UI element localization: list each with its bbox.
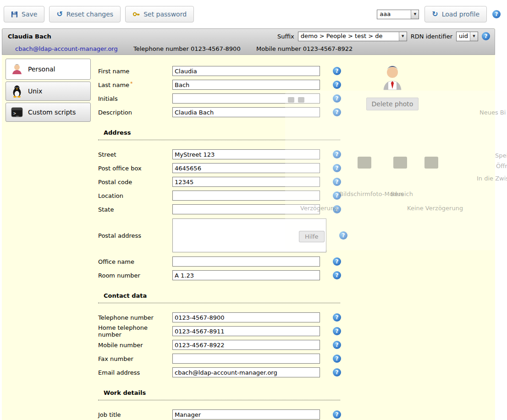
- reset-changes-button[interactable]: ↺ Reset changes: [49, 6, 121, 22]
- field-label: Email address: [98, 369, 172, 376]
- help-icon[interactable]: ?: [333, 410, 341, 419]
- ghost-text: Speich: [495, 152, 507, 159]
- field-label: Office name: [98, 258, 172, 265]
- field-label: First name: [98, 68, 172, 75]
- required-marker: *: [130, 81, 133, 87]
- account-telephone: Telephone number 0123-4567-8900: [133, 45, 256, 52]
- form-row: Job title?: [98, 408, 355, 420]
- form-row: Last name*?: [98, 78, 355, 92]
- form-row: Office name?: [98, 255, 355, 268]
- form-row: Email address?: [98, 365, 355, 379]
- field-label: Initials: [98, 95, 172, 102]
- profile-select[interactable]: aaa ▼: [377, 10, 419, 19]
- help-icon[interactable]: ?: [333, 81, 341, 89]
- chevron-down-icon: ▼: [411, 10, 419, 19]
- field-input[interactable]: [172, 107, 320, 117]
- form-row: Postal code?: [98, 175, 355, 189]
- person-icon: [11, 63, 23, 75]
- save-icon: [11, 11, 18, 18]
- field-label-text: Office name: [98, 258, 134, 265]
- form-row: Post office box?: [98, 161, 355, 175]
- help-icon[interactable]: ?: [333, 94, 341, 103]
- field-input[interactable]: [172, 256, 320, 267]
- suffix-select-value: demo > People > test > de: [298, 32, 399, 41]
- help-icon[interactable]: ?: [333, 327, 341, 335]
- field-input[interactable]: [172, 149, 320, 159]
- help-icon[interactable]: ?: [339, 231, 347, 240]
- field-input[interactable]: [172, 163, 320, 173]
- tab-personal[interactable]: Personal: [6, 59, 91, 80]
- load-profile-button[interactable]: ↻ Load profile: [424, 6, 487, 22]
- profile-select-value: aaa: [377, 10, 411, 19]
- help-icon[interactable]: ?: [492, 10, 501, 18]
- save-button-label: Save: [22, 11, 37, 18]
- suffix-select[interactable]: demo > People > test > de ▼: [298, 32, 407, 41]
- help-icon[interactable]: ?: [333, 178, 341, 186]
- help-icon[interactable]: ?: [333, 355, 341, 363]
- help-icon[interactable]: ?: [333, 271, 341, 279]
- field-label: Postal address: [98, 232, 172, 239]
- help-icon[interactable]: ?: [333, 205, 341, 213]
- field-input[interactable]: [172, 312, 320, 322]
- field-input[interactable]: [172, 354, 320, 364]
- tab-custom-scripts[interactable]: >_ Custom scripts: [6, 103, 91, 122]
- penguin-icon: [11, 85, 23, 98]
- field-label: Description: [98, 109, 172, 116]
- form-row: Home telephone number?: [98, 324, 355, 338]
- help-icon[interactable]: ?: [333, 368, 341, 376]
- help-icon[interactable]: ?: [333, 164, 341, 172]
- page-title: Claudia Bach: [8, 33, 51, 40]
- field-input[interactable]: [172, 204, 320, 214]
- help-icon[interactable]: ?: [333, 191, 341, 200]
- help-icon[interactable]: ?: [333, 341, 341, 349]
- help-icon[interactable]: ?: [333, 108, 341, 116]
- field-input[interactable]: [172, 326, 320, 336]
- form-row: First name?: [98, 64, 355, 78]
- field-input[interactable]: [172, 409, 320, 420]
- load-profile-label: Load profile: [442, 11, 479, 18]
- help-icon[interactable]: ?: [333, 313, 341, 322]
- form-row: Postal address?: [98, 216, 355, 255]
- form-row: Street?: [98, 147, 355, 161]
- field-input[interactable]: [172, 270, 320, 280]
- field-input[interactable]: [172, 367, 320, 377]
- help-icon[interactable]: ?: [482, 32, 490, 40]
- field-label-text: Street: [98, 151, 116, 158]
- photo-block: Delete photo: [365, 64, 420, 110]
- field-input[interactable]: [172, 177, 320, 187]
- field-input[interactable]: [172, 191, 320, 201]
- field-label-text: Fax number: [98, 355, 133, 362]
- field-input[interactable]: [172, 66, 320, 76]
- field-input[interactable]: [172, 340, 320, 350]
- rdn-select[interactable]: uid ▼: [456, 32, 478, 41]
- reset-icon: ↺: [56, 11, 62, 18]
- field-input[interactable]: [172, 80, 320, 90]
- header-controls: Suffix demo > People > test > de ▼ RDN i…: [277, 32, 490, 41]
- tab-unix[interactable]: Unix: [6, 82, 91, 101]
- tab-label: Unix: [28, 87, 42, 95]
- field-label: State: [98, 206, 172, 213]
- module-tabs: Personal Unix >_ Custom scripts: [6, 59, 91, 124]
- form-row: Room number?: [98, 268, 355, 282]
- field-input[interactable]: [172, 93, 320, 104]
- section-title: Work details: [98, 389, 340, 400]
- help-icon[interactable]: ?: [333, 67, 341, 75]
- svg-text:>_: >_: [13, 111, 19, 116]
- field-label-text: Job title: [98, 411, 121, 418]
- rdn-select-value: uid: [457, 32, 470, 41]
- chevron-down-icon: ▼: [399, 32, 407, 41]
- field-input[interactable]: [172, 218, 326, 252]
- refresh-icon: ↻: [432, 11, 438, 18]
- field-label: Location: [98, 192, 172, 199]
- account-email: cbach@ldap-account-manager.org: [15, 45, 133, 52]
- field-label-text: State: [98, 206, 114, 213]
- delete-photo-button[interactable]: Delete photo: [366, 98, 419, 110]
- field-label-text: Description: [98, 109, 132, 116]
- help-icon[interactable]: ?: [333, 150, 341, 158]
- help-icon[interactable]: ?: [333, 257, 341, 266]
- field-label: Fax number: [98, 355, 172, 362]
- field-label: Last name*: [98, 82, 172, 88]
- save-button[interactable]: Save: [4, 6, 44, 22]
- field-label-text: Post office box: [98, 165, 142, 172]
- set-password-button[interactable]: Set password: [125, 6, 194, 22]
